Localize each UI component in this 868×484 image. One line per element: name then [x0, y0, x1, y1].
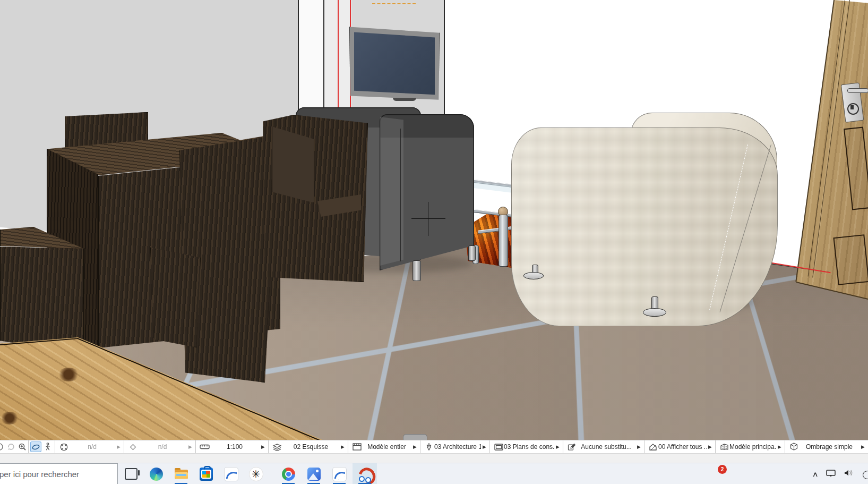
edge-button[interactable] — [144, 463, 168, 484]
pen-set-label: 03 Architecture 1... — [434, 443, 481, 451]
glass-table-leg — [499, 215, 508, 267]
volume-icon[interactable] — [844, 469, 854, 479]
chevron-right-icon[interactable]: ▶ — [556, 444, 560, 449]
graphic-override-field[interactable]: Aucune substitu... ▶ — [563, 440, 644, 453]
chevron-right-icon[interactable]: ▶ — [188, 444, 192, 449]
search-placeholder-text: per ici pour rechercher — [0, 470, 79, 479]
selection-edge-red — [338, 0, 339, 113]
chrome-button[interactable] — [276, 463, 300, 484]
curve-app-2-button[interactable] — [327, 463, 351, 484]
model-view-options-field[interactable]: 03 Plans de cons... ▶ — [489, 440, 563, 453]
chatgpt-icon: ✳ — [249, 467, 263, 481]
rotate-view-icon[interactable] — [6, 441, 16, 452]
crosshair-cursor — [428, 202, 428, 236]
taskbar-search-input[interactable]: per ici pour rechercher — [0, 463, 118, 484]
renovation-filter-field[interactable]: 00 Afficher tous ... ▶ — [644, 440, 715, 453]
chevron-right-icon[interactable]: ▶ — [413, 444, 417, 449]
fit-in-window-icon[interactable] — [58, 442, 69, 452]
edge-icon — [150, 468, 163, 481]
notification-badge[interactable]: 2 — [718, 465, 727, 474]
structural-model-field[interactable]: Modèle principa... ▶ — [715, 440, 785, 453]
chevron-right-icon[interactable]: ▶ — [483, 444, 486, 449]
structure-display-label: Modèle entier — [362, 443, 411, 451]
building-model-icon[interactable] — [719, 442, 729, 452]
model-view-options-label: 03 Plans de cons... — [504, 443, 554, 451]
chevron-right-icon[interactable]: ▶ — [861, 444, 865, 449]
dark-wood-chair-seat — [150, 245, 201, 347]
pen-diamond-icon[interactable] — [127, 442, 138, 452]
chevron-right-icon[interactable]: ▶ — [778, 444, 781, 449]
cast-display-icon[interactable] — [826, 469, 836, 479]
pen-style-field[interactable]: n/d ▶ — [124, 440, 195, 453]
fit-in-window-field[interactable]: n/d ▶ — [55, 440, 124, 453]
armchair-foot-disc — [523, 272, 544, 279]
view-history-tools — [0, 440, 28, 453]
pen-icon[interactable] — [424, 442, 434, 452]
chevron-right-icon[interactable]: ▶ — [637, 444, 641, 449]
archicad-button[interactable] — [353, 463, 377, 484]
previous-view-icon[interactable] — [0, 441, 5, 452]
house-filter-icon[interactable] — [648, 442, 658, 452]
microsoft-store-icon — [200, 468, 213, 481]
curve-app-icon — [332, 467, 347, 481]
chevron-right-icon[interactable]: ▶ — [341, 444, 345, 449]
armchair-foot-disc — [643, 308, 666, 317]
desktop-screen: n/d ▶ n/d ▶ 1:100 ▶ 02 Esquisse ▶ — [0, 0, 868, 484]
navigation-tools — [28, 440, 55, 453]
curve-app-button[interactable] — [219, 463, 243, 484]
door-handle — [847, 88, 868, 93]
task-view-icon — [125, 468, 137, 480]
3d-viewport[interactable] — [0, 0, 868, 440]
sofa-leg — [468, 245, 476, 261]
microsoft-store-button[interactable] — [194, 463, 218, 484]
wall-tv-screen — [354, 31, 435, 97]
scale-ruler-icon[interactable] — [199, 442, 210, 452]
dark-wood-bench-front — [0, 244, 84, 354]
chatgpt-button[interactable]: ✳ — [244, 463, 268, 484]
renovation-filter-label: 00 Afficher tous ... — [658, 443, 707, 451]
armchair-fabric-texture — [511, 128, 777, 325]
pen-set-field[interactable]: 03 Architecture 1... ▶ — [420, 440, 489, 453]
substitution-icon[interactable] — [566, 442, 577, 452]
pen-style-label: n/d — [138, 443, 187, 451]
archicad-icon — [358, 468, 372, 481]
gray-sofa-seam — [400, 129, 401, 261]
task-view-button[interactable] — [119, 463, 143, 484]
system-tray: ∧ — [813, 463, 868, 484]
snap-guide-dashed-line — [372, 3, 416, 4]
photos-icon — [307, 468, 321, 481]
windows-taskbar: per ici pour rechercher ✳ — [0, 463, 868, 484]
graphic-override-label: Aucune substitu... — [577, 443, 635, 451]
chevron-right-icon[interactable]: ▶ — [261, 444, 265, 449]
viewport-bottom-tab[interactable] — [403, 434, 427, 440]
crosshair-cursor — [411, 218, 445, 219]
zoom-in-icon[interactable] — [17, 441, 28, 452]
bottom-status-toolbar: n/d ▶ n/d ▶ 1:100 ▶ 02 Esquisse ▶ — [0, 440, 868, 454]
frame-icon[interactable] — [493, 442, 504, 452]
layer-stack-icon[interactable] — [272, 442, 282, 452]
structural-model-label: Modèle principa... — [729, 443, 776, 451]
scale-value-label: 1:100 — [210, 443, 260, 451]
door-panel — [833, 234, 868, 285]
window-bottom-strip — [0, 454, 868, 463]
scale-field[interactable]: 1:100 ▶ — [195, 440, 268, 453]
chevron-right-icon[interactable]: ▶ — [117, 444, 121, 449]
wall-tv-base — [393, 98, 416, 101]
photos-button[interactable] — [302, 463, 326, 484]
sofa-leg — [412, 260, 421, 281]
orbit-tool-icon[interactable] — [30, 441, 41, 452]
shading-mode-field[interactable]: Ombrage simple ▶ — [785, 440, 868, 453]
file-explorer-icon — [175, 468, 188, 481]
cube-shading-icon[interactable] — [788, 442, 799, 452]
file-explorer-button[interactable] — [169, 463, 193, 484]
shading-mode-label: Ombrage simple — [799, 443, 860, 451]
explore-walk-icon[interactable] — [42, 441, 54, 452]
chevron-right-icon[interactable]: ▶ — [708, 444, 712, 449]
layer-combination-field[interactable]: 02 Esquisse ▶ — [268, 440, 348, 453]
chrome-icon — [282, 468, 295, 481]
tray-chevron-icon[interactable]: ∧ — [812, 470, 819, 478]
layer-combination-label: 02 Esquisse — [282, 443, 339, 451]
film-slate-icon[interactable] — [351, 442, 362, 452]
curve-app-icon — [224, 467, 238, 481]
structure-display-field[interactable]: Modèle entier ▶ — [348, 440, 420, 453]
